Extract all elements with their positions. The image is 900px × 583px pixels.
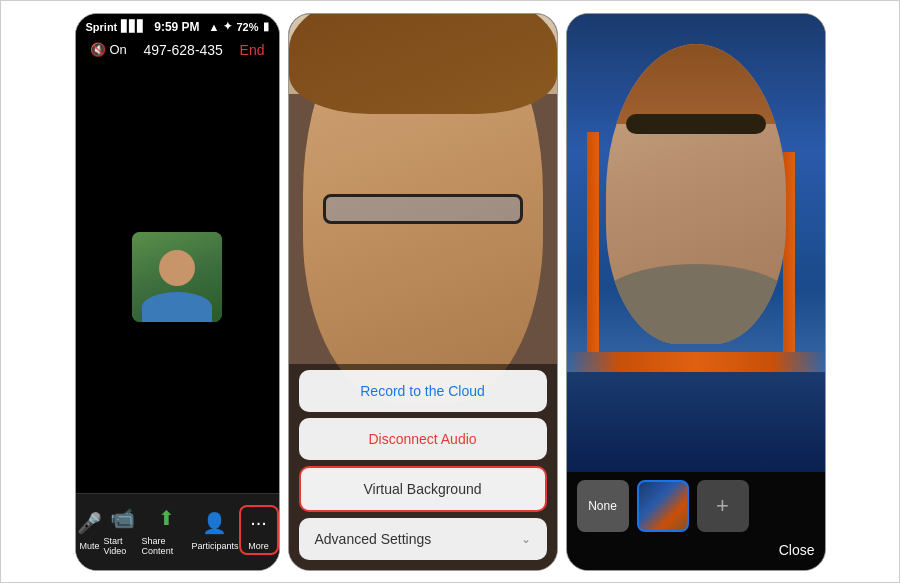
- close-button[interactable]: Close: [779, 542, 815, 558]
- caller-thumbnail: [132, 232, 222, 322]
- phone-number: 497-628-435: [144, 42, 223, 58]
- start-video-button[interactable]: 📹 Start Video: [104, 504, 142, 556]
- bg-option-golden-gate[interactable]: [637, 480, 689, 532]
- mute-icon: 🎤: [76, 509, 104, 537]
- bg-option-add[interactable]: +: [697, 480, 749, 532]
- phone1-toolbar: 🎤 Mute 📹 Start Video ⬆ Share Content 👤 P…: [76, 493, 279, 570]
- chevron-down-icon: ⌄: [521, 532, 531, 546]
- phone2-frame: Record to the Cloud Disconnect Audio Vir…: [288, 13, 558, 571]
- phone2-menu-overlay: Record to the Cloud Disconnect Audio Vir…: [289, 364, 557, 570]
- advanced-settings-label: Advanced Settings: [315, 531, 432, 547]
- none-label: None: [588, 499, 617, 513]
- phone2-glasses: [323, 194, 523, 224]
- bridge-road: [567, 352, 825, 372]
- participants-button[interactable]: 👤 Participants: [191, 509, 238, 551]
- add-label: +: [716, 493, 729, 519]
- phone1-main-area: [76, 62, 279, 493]
- phone1-frame: Sprint ▋▋▋ 9:59 PM ▲ ✦ 72% ▮ 🔇 On 497-62…: [75, 13, 280, 571]
- bluetooth-icon: ✦: [223, 20, 232, 33]
- status-time: 9:59 PM: [154, 20, 199, 34]
- share-content-button[interactable]: ⬆ Share Content: [142, 504, 192, 556]
- direction-icon: ▲: [209, 21, 220, 33]
- bg-option-none[interactable]: None: [577, 480, 629, 532]
- more-label: More: [248, 541, 269, 551]
- video-icon: 📹: [109, 504, 137, 532]
- video-label: Start Video: [104, 536, 142, 556]
- phone3-bottom-panel: None + Close: [567, 472, 825, 570]
- carrier-label: Sprint: [86, 21, 118, 33]
- participants-label: Participants: [191, 541, 238, 551]
- phone3-person-face: [606, 44, 786, 344]
- signal-icon: ▋▋▋: [121, 20, 145, 33]
- phone1-call-header: 🔇 On 497-628-435 End: [76, 38, 279, 62]
- phone3-video-area: [567, 14, 825, 472]
- water-layer: [567, 372, 825, 472]
- bridge-tower-left: [587, 132, 599, 352]
- more-icon: ···: [245, 509, 273, 537]
- share-icon: ⬆: [153, 504, 181, 532]
- participants-icon: 👤: [201, 509, 229, 537]
- disconnect-audio-button[interactable]: Disconnect Audio: [299, 418, 547, 460]
- mute-area: 🔇 On: [90, 42, 127, 57]
- phone1-status-bar: Sprint ▋▋▋ 9:59 PM ▲ ✦ 72% ▮: [76, 14, 279, 38]
- record-cloud-button[interactable]: Record to the Cloud: [299, 370, 547, 412]
- mute-button[interactable]: 🎤 Mute: [76, 509, 104, 551]
- status-right: ▲ ✦ 72% ▮: [209, 20, 269, 33]
- advanced-settings-button[interactable]: Advanced Settings ⌄: [299, 518, 547, 560]
- end-call-button[interactable]: End: [240, 42, 265, 58]
- battery-icon: ▮: [263, 20, 269, 33]
- phone2-video-area: Record to the Cloud Disconnect Audio Vir…: [289, 14, 557, 570]
- phone3-hair: [606, 44, 786, 124]
- more-button[interactable]: ··· More: [239, 505, 279, 555]
- virtual-background-button[interactable]: Virtual Background: [299, 466, 547, 512]
- mute-label: Mute: [79, 541, 99, 551]
- phone2-hair: [289, 14, 557, 114]
- phone3-frame: None + Close: [566, 13, 826, 571]
- speaker-icon: 🔇: [90, 42, 106, 57]
- screenshots-container: Sprint ▋▋▋ 9:59 PM ▲ ✦ 72% ▮ 🔇 On 497-62…: [1, 0, 899, 583]
- share-label: Share Content: [142, 536, 192, 556]
- status-left: Sprint ▋▋▋: [86, 20, 146, 33]
- mute-on-label: On: [110, 42, 127, 57]
- background-selector: None +: [577, 480, 815, 532]
- battery-label: 72%: [236, 21, 258, 33]
- close-button-area: Close: [577, 542, 815, 558]
- phone3-body: [606, 264, 786, 344]
- caller-avatar: [132, 232, 222, 322]
- phone3-glasses: [626, 114, 766, 134]
